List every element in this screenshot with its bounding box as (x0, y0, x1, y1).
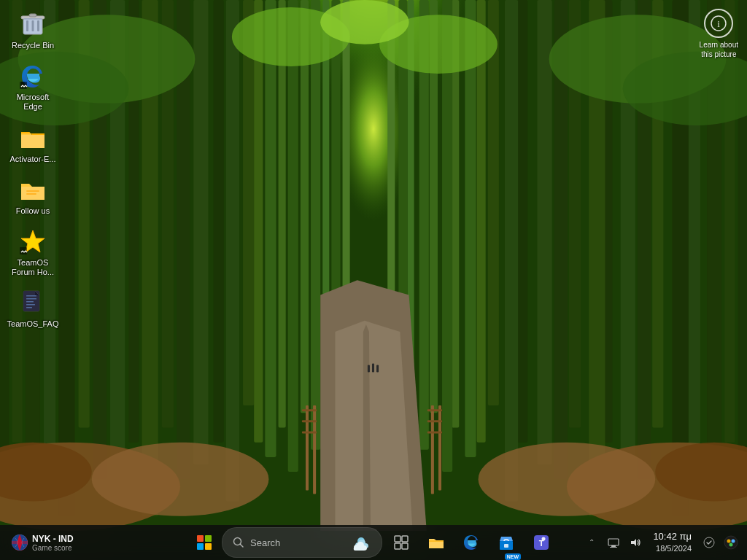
svg-point-67 (479, 443, 656, 516)
svg-rect-43 (488, 0, 499, 405)
svg-point-126 (732, 539, 735, 542)
svg-rect-123 (704, 537, 714, 548)
cast-icon (608, 537, 619, 548)
svg-rect-75 (438, 405, 441, 490)
store-icon (498, 534, 515, 551)
taskbar-left: NYK - IND Game score (6, 531, 166, 555)
start-button[interactable] (190, 528, 219, 557)
svg-marker-61 (335, 321, 412, 531)
edge-taskbar-button[interactable] (455, 526, 487, 559)
svg-rect-41 (517, 0, 527, 443)
svg-rect-78 (427, 432, 442, 434)
weather-icon (351, 532, 371, 553)
clock-date: 18/5/2024 (656, 543, 692, 554)
svg-point-119 (542, 537, 546, 541)
colorpre-icon (724, 535, 738, 550)
activator-image (18, 124, 47, 153)
teamOS-forum-icon[interactable]: TeamOS Forum Ho... (4, 225, 62, 280)
task-view-button[interactable] (385, 526, 417, 559)
file-explorer-button[interactable] (420, 526, 452, 559)
svg-rect-19 (254, 0, 263, 443)
colorpre-button[interactable] (721, 532, 741, 553)
svg-rect-20 (265, 0, 276, 457)
nba-subtitle: Game score (32, 544, 74, 552)
recycle-bin-icon[interactable]: Recycle Bin (4, 7, 62, 53)
svg-rect-101 (26, 298, 36, 300)
store-button[interactable]: NEW (490, 526, 522, 559)
svg-rect-42 (505, 0, 518, 502)
svg-rect-17 (226, 0, 239, 502)
svg-point-127 (729, 542, 733, 546)
background-image (0, 0, 747, 531)
taskbar: NYK - IND Game score (0, 525, 747, 560)
teamOS-forum-image (18, 228, 47, 257)
svg-rect-16 (214, 0, 224, 443)
svg-rect-122 (610, 547, 617, 548)
teamOS-faq-image (18, 289, 47, 318)
volume-icon (630, 537, 641, 548)
notifications-button[interactable] (699, 532, 719, 553)
edge-taskbar-icon (462, 534, 480, 551)
tray-expand-button[interactable]: ⌃ (581, 532, 602, 553)
svg-point-125 (727, 539, 731, 542)
teams-button[interactable]: T (525, 526, 557, 559)
svg-rect-95 (26, 193, 36, 195)
learn-picture-label-line2: this picture (701, 50, 736, 58)
svg-rect-100 (26, 295, 36, 297)
search-icon (233, 537, 244, 548)
teamOS-faq-icon[interactable]: TeamOS_FAQ (4, 286, 62, 332)
svg-rect-114 (402, 543, 408, 549)
clock-area[interactable]: 10:42 πμ 18/5/2024 (649, 527, 696, 558)
svg-rect-103 (26, 304, 35, 306)
svg-point-64 (92, 443, 269, 516)
taskbar-center: Search (166, 526, 581, 559)
system-tray: ⌃ (581, 532, 646, 553)
svg-rect-79 (368, 365, 370, 373)
learn-picture-label-line1: Learn about (700, 41, 738, 49)
svg-point-124 (724, 536, 738, 549)
microsoft-edge-icon[interactable]: Microsoft Edge (4, 59, 62, 114)
svg-rect-71 (302, 409, 317, 411)
svg-rect-18 (243, 0, 254, 405)
svg-rect-120 (608, 539, 619, 545)
recycle-bin-image (18, 10, 47, 39)
svg-rect-72 (302, 420, 317, 422)
svg-rect-112 (402, 536, 408, 542)
svg-rect-116 (504, 544, 508, 548)
nba-widget[interactable]: NYK - IND Game score (6, 531, 80, 555)
nba-info: NYK - IND Game score (32, 534, 74, 552)
teams-icon: T (533, 534, 550, 551)
svg-rect-89 (29, 14, 36, 17)
store-new-badge: NEW (505, 553, 521, 560)
follow-us-label: Follow us (7, 206, 59, 216)
teamOS-faq-label: TeamOS_FAQ (7, 319, 59, 329)
activator-folder-icon[interactable]: Activator-E... (4, 121, 62, 167)
volume-button[interactable] (625, 532, 646, 553)
svg-rect-22 (288, 0, 298, 472)
info-icon: i (704, 9, 733, 38)
svg-rect-104 (26, 307, 32, 308)
svg-rect-74 (431, 405, 434, 494)
svg-rect-92 (21, 135, 44, 148)
search-bar[interactable]: Search (222, 527, 382, 558)
clock-time: 10:42 πμ (653, 530, 692, 543)
svg-rect-121 (611, 545, 616, 547)
svg-rect-111 (395, 536, 400, 542)
cast-button[interactable] (603, 532, 624, 553)
taskbar-right: ⌃ (581, 527, 741, 558)
svg-rect-24 (311, 0, 320, 450)
svg-rect-69 (313, 405, 316, 494)
nba-logo (12, 534, 28, 551)
svg-rect-81 (376, 365, 379, 373)
search-placeholder: Search (250, 537, 280, 548)
svg-rect-94 (26, 190, 39, 192)
svg-rect-40 (537, 0, 551, 464)
svg-rect-113 (395, 543, 400, 549)
follow-us-icon[interactable]: Follow us (4, 173, 62, 219)
edge-image (18, 62, 47, 91)
windows-logo (197, 535, 212, 550)
desktop-icons-area: Recycle Bin (4, 7, 62, 332)
svg-rect-90 (23, 18, 42, 34)
svg-rect-106 (12, 541, 28, 544)
learn-picture-button[interactable]: i Learn about this picture (697, 6, 741, 62)
